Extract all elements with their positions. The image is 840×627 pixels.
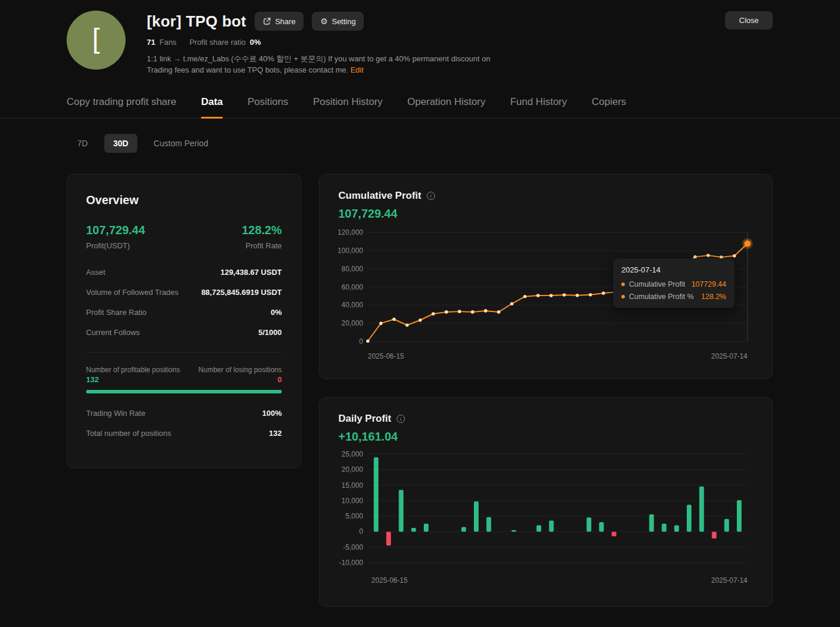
close-label: Close	[739, 16, 759, 25]
main-content: Overview 107,729.44 128.2% Profit(USDT) …	[0, 153, 840, 607]
bio-text: 1:1 link → t.me/ez_Labs (수수료 40% 할인 + 봇문…	[147, 54, 490, 74]
info-icon[interactable]: i	[397, 415, 405, 423]
profit-label: Profit(USDT)	[86, 241, 130, 250]
tab-data[interactable]: Data	[201, 90, 223, 118]
gear-icon: ⚙	[320, 17, 328, 25]
profit-share-ratio-label: Profit share ratio	[189, 38, 245, 47]
setting-label: Setting	[332, 17, 355, 26]
svg-text:2025-06-15: 2025-06-15	[371, 576, 408, 585]
cumulative-profit-title: Cumulative Profit	[338, 190, 421, 202]
info-icon[interactable]: i	[427, 192, 435, 200]
tab-operation-history[interactable]: Operation History	[407, 90, 485, 118]
tab-positions[interactable]: Positions	[248, 90, 288, 118]
edit-link[interactable]: Edit	[350, 65, 363, 74]
period-30d[interactable]: 30D	[104, 134, 137, 153]
cumulative-chart-header: Cumulative Profit i	[338, 190, 753, 202]
svg-text:2025-07-14: 2025-07-14	[711, 352, 748, 360]
tab-fund-history[interactable]: Fund History	[510, 90, 566, 118]
share-icon	[263, 17, 271, 25]
svg-text:40,000: 40,000	[341, 301, 363, 309]
share-label: Share	[275, 17, 296, 26]
profit-rate-value: 128.2%	[242, 224, 282, 237]
daily-chart-wrap: -10,000-5,00005,00010,00015,00020,00025,…	[338, 449, 753, 593]
svg-text:-10,000: -10,000	[339, 559, 363, 567]
daily-profit-value: +10,161.04	[338, 430, 753, 444]
tooltip-row-label: Cumulative Profit %	[629, 293, 694, 301]
tab-copy-trading-profit-share[interactable]: Copy trading profit share	[67, 90, 176, 118]
daily-profit-title: Daily Profit	[338, 413, 391, 425]
row-value: 129,438.67 USDT	[220, 268, 282, 277]
losing-positions-label: Number of losing positions	[199, 366, 282, 374]
svg-text:60,000: 60,000	[341, 283, 363, 291]
profitable-positions-value: 132	[86, 375, 99, 384]
tooltip-row: Cumulative Profit 107729.44	[621, 280, 726, 288]
daily-profit-chart[interactable]: -10,000-5,00005,00010,00015,00020,00025,…	[338, 449, 755, 591]
table-row: Profit Share Ratio 0%	[86, 308, 282, 317]
profit-value: 107,729.44	[86, 224, 145, 237]
row-value: 5/1000	[258, 328, 282, 337]
row-label: Volume of Followed Trades	[86, 288, 179, 297]
page-title: [kor] TPQ bot	[147, 12, 246, 31]
svg-text:10,000: 10,000	[341, 497, 363, 505]
row-label: Current Follows	[86, 328, 140, 337]
row-label: Profit Share Ratio	[86, 308, 147, 317]
bullet-icon	[621, 283, 625, 286]
svg-text:20,000: 20,000	[341, 465, 363, 474]
row-label: Asset	[86, 268, 106, 277]
share-button[interactable]: Share	[255, 12, 304, 31]
row-value: 132	[269, 429, 282, 438]
overview-tail-rows: Trading Win Rate 100% Total number of po…	[86, 409, 282, 438]
profitable-positions-label: Number of profitable positions	[86, 366, 180, 374]
row-value: 0%	[271, 308, 282, 317]
header: [ [kor] TPQ bot Share ⚙ Setting	[0, 0, 840, 76]
charts-column: Cumulative Profit i 107,729.44 020,00040…	[319, 174, 773, 607]
tooltip-row-value: 107729.44	[691, 280, 726, 288]
overview-headline: 107,729.44 128.2%	[86, 224, 282, 237]
overview-card: Overview 107,729.44 128.2% Profit(USDT) …	[67, 174, 301, 468]
tab-position-history[interactable]: Position History	[313, 90, 383, 118]
period-selector: 7D 30D Custom Period	[77, 134, 840, 153]
profit-share-ratio-value: 0%	[250, 38, 261, 47]
cumulative-chart-wrap: 020,00040,00060,00080,000100,000120,0002…	[338, 226, 753, 366]
avatar: [	[67, 11, 126, 70]
avatar-glyph: [	[93, 22, 100, 54]
svg-text:120,000: 120,000	[338, 228, 363, 237]
tab-copiers[interactable]: Copiers	[592, 90, 627, 118]
table-row: Trading Win Rate 100%	[86, 409, 282, 418]
table-row: Total number of positions 132	[86, 429, 282, 438]
svg-text:15,000: 15,000	[341, 481, 363, 489]
period-custom[interactable]: Custom Period	[154, 139, 209, 148]
table-row: Current Follows 5/1000	[86, 328, 282, 337]
bullet-icon	[621, 295, 625, 298]
svg-text:25,000: 25,000	[341, 450, 363, 458]
setting-button[interactable]: ⚙ Setting	[312, 12, 364, 31]
overview-rows: Asset 129,438.67 USDT Volume of Followed…	[86, 268, 282, 337]
tooltip-date: 2025-07-14	[621, 265, 726, 274]
row-label: Total number of positions	[86, 429, 172, 438]
tooltip-row-value: 128.2%	[701, 293, 726, 301]
svg-text:20,000: 20,000	[341, 319, 363, 327]
svg-text:-5,000: -5,000	[343, 543, 363, 551]
row-label: Trading Win Rate	[86, 409, 146, 418]
period-7d[interactable]: 7D	[77, 139, 88, 148]
profit-rate-label: Profit Rate	[246, 241, 282, 250]
positions-split-values: 132 0	[86, 375, 282, 384]
table-row: Asset 129,438.67 USDT	[86, 268, 282, 277]
tooltip-row: Cumulative Profit % 128.2%	[621, 293, 726, 301]
svg-text:80,000: 80,000	[341, 264, 363, 273]
overview-title: Overview	[86, 193, 282, 207]
table-row: Volume of Followed Trades 88,725,845.691…	[86, 288, 282, 297]
svg-text:100,000: 100,000	[338, 247, 363, 255]
stats-row: 71 Fans Profit share ratio 0%	[147, 38, 500, 47]
losing-positions-value: 0	[278, 375, 282, 384]
svg-text:2025-06-15: 2025-06-15	[368, 352, 404, 360]
close-button[interactable]: Close	[725, 11, 773, 29]
page: [ [kor] TPQ bot Share ⚙ Setting	[0, 0, 840, 627]
win-loss-progress-bar	[86, 390, 282, 393]
fans-label: Fans	[159, 38, 176, 47]
divider	[86, 352, 282, 353]
header-main: [kor] TPQ bot Share ⚙ Setting 71 Fans	[147, 11, 500, 76]
daily-profit-card: Daily Profit i +10,161.04 -10,000-5,0000…	[319, 397, 773, 607]
row-value: 88,725,845.6919 USDT	[201, 288, 282, 297]
tab-bar: Copy trading profit share Data Positions…	[0, 90, 840, 119]
